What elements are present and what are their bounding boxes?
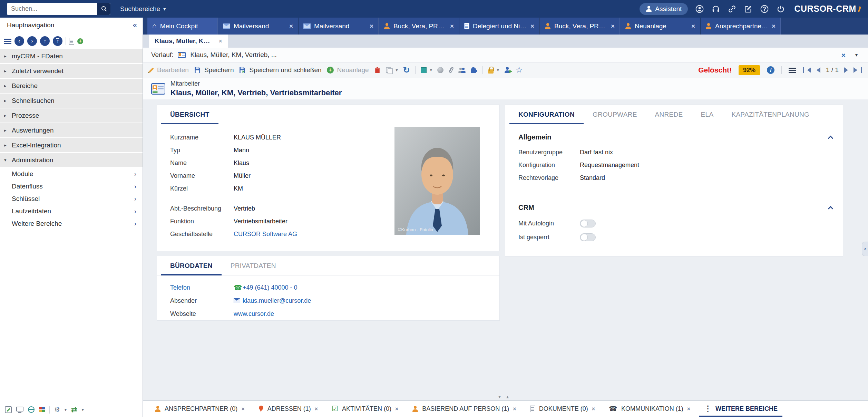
share-person-button[interactable] xyxy=(504,67,510,73)
close-icon[interactable] xyxy=(315,406,318,412)
office-link[interactable]: CURSOR Software AG xyxy=(234,231,297,238)
attachment-button[interactable] xyxy=(449,66,453,74)
sidebar-collapse-icon[interactable]: « xyxy=(133,21,137,29)
tab-anrede[interactable]: ANREDE xyxy=(646,105,692,124)
close-icon[interactable] xyxy=(289,23,293,29)
website-link[interactable]: www.cursor.de xyxy=(234,310,274,318)
bottom-tab-weitere-bereiche[interactable]: WEITERE BEREICHE xyxy=(697,401,784,417)
new-record-button[interactable]: Neuanlage xyxy=(327,66,369,74)
bottom-tab-adressen[interactable]: ADRESSEN (1) xyxy=(252,401,325,417)
main-tab-mailversand-1[interactable]: Mailversand xyxy=(218,18,298,35)
tab-konfiguration[interactable]: KONFIGURATION xyxy=(509,105,584,124)
sidebar-item-zuletzt-verwendet[interactable]: ▸Zuletzt verwendet xyxy=(0,64,143,78)
sidebar-item-prozesse[interactable]: ▸Prozesse xyxy=(0,108,143,123)
main-tab-buck-vera-2[interactable]: Buck, Vera, PRO MA... xyxy=(539,18,620,35)
chevron-down-icon[interactable] xyxy=(65,408,67,412)
tab-groupware[interactable]: GROUPWARE xyxy=(584,105,646,124)
close-icon[interactable] xyxy=(530,23,534,29)
sidebar-item-administration[interactable]: ▾Administration xyxy=(0,153,143,167)
table-icon[interactable] xyxy=(39,407,42,409)
next-page-button[interactable] xyxy=(844,67,848,73)
chevron-down-icon[interactable] xyxy=(498,394,501,399)
add-document-icon[interactable] xyxy=(77,38,83,44)
main-tab-buck-vera-1[interactable]: Buck, Vera, PRO MA... xyxy=(379,18,459,35)
close-icon[interactable] xyxy=(772,23,776,29)
help-icon[interactable] xyxy=(760,4,769,13)
sidebar-item-schnellsuchen[interactable]: ▸Schnellsuchen xyxy=(0,94,143,108)
assistant-button[interactable]: Assistent xyxy=(640,3,688,15)
main-tab-mailversand-2[interactable]: Mailversand xyxy=(298,18,379,35)
history-entry[interactable]: Klaus, Müller, KM, Vertrieb, ... xyxy=(190,51,276,59)
hamburger-icon[interactable] xyxy=(4,39,11,44)
info-icon[interactable] xyxy=(767,66,774,74)
close-icon[interactable] xyxy=(395,406,398,412)
nav-back-button[interactable]: ‹ xyxy=(14,36,24,46)
sidebar-item-mycrm-fdaten[interactable]: ▸myCRM - FDaten xyxy=(0,49,143,63)
chevron-down-icon[interactable] xyxy=(855,52,858,57)
search-button[interactable] xyxy=(97,3,110,15)
chevron-down-icon[interactable] xyxy=(82,408,84,412)
close-icon[interactable] xyxy=(611,23,615,29)
compose-icon[interactable] xyxy=(743,4,753,13)
save-button[interactable]: Speichern xyxy=(194,66,234,74)
link-icon[interactable] xyxy=(727,4,737,13)
collapse-section-icon[interactable] xyxy=(828,206,833,211)
workstation-icon[interactable] xyxy=(16,407,23,411)
user-account-icon[interactable] xyxy=(695,4,704,13)
delete-button[interactable] xyxy=(374,67,381,74)
nav-forward-button[interactable]: › xyxy=(27,36,37,46)
note-edit-icon[interactable] xyxy=(5,406,12,413)
tab-privatdaten[interactable]: PRIVATDATEN xyxy=(222,256,285,275)
email-link[interactable]: klaus.mueller@cursor.de xyxy=(243,297,311,304)
main-tab-mein-cockpit[interactable]: Mein Cockpit xyxy=(147,18,218,35)
sidebar-subitem-module[interactable]: Module› xyxy=(0,168,143,180)
main-tab-delegiert[interactable]: Delegiert und Nicht ... xyxy=(459,18,539,35)
close-icon[interactable] xyxy=(841,51,846,59)
sidebar-subitem-laufzeitdaten[interactable]: Laufzeitdaten› xyxy=(0,205,143,217)
list-menu-icon[interactable] xyxy=(789,68,796,73)
tab-buerodaten[interactable]: BÜRODATEN xyxy=(161,256,222,275)
phone-link[interactable]: +49 (641) 40000 - 0 xyxy=(243,284,298,291)
sphere-button[interactable] xyxy=(437,67,443,73)
close-icon[interactable] xyxy=(691,23,695,29)
bottom-tab-kommunikation[interactable]: KOMMUNIKATION (1) xyxy=(602,401,697,417)
power-icon[interactable] xyxy=(776,4,785,13)
refresh-button[interactable] xyxy=(403,66,410,75)
tab-ela[interactable]: ELA xyxy=(692,105,723,124)
search-scope-dropdown[interactable]: Suchbereiche xyxy=(120,5,166,13)
close-icon[interactable] xyxy=(370,23,373,29)
globe-icon[interactable] xyxy=(28,406,35,413)
prev-page-button[interactable] xyxy=(817,67,820,73)
nav-up-button[interactable]: ↑ xyxy=(40,36,50,46)
close-icon[interactable] xyxy=(218,38,222,44)
close-icon[interactable] xyxy=(450,23,454,29)
last-page-button[interactable] xyxy=(854,67,862,73)
contacts-button[interactable] xyxy=(458,68,466,73)
main-tab-neuanlage[interactable]: Neuanlage xyxy=(620,18,700,35)
support-headset-icon[interactable] xyxy=(711,4,720,13)
close-icon[interactable] xyxy=(592,406,595,412)
close-icon[interactable] xyxy=(687,406,690,412)
main-tab-ansprechpartner[interactable]: Ansprechpartner im... xyxy=(700,18,781,35)
sidebar-subitem-schluessel[interactable]: Schlüssel› xyxy=(0,193,143,205)
close-icon[interactable] xyxy=(241,406,244,412)
document-settings-icon[interactable] xyxy=(54,406,60,413)
bottom-tab-dokumente[interactable]: DOKUMENTE (0) xyxy=(523,401,602,417)
document-tab-klaus-mueller[interactable]: Klaus, Müller, KM, V... xyxy=(149,35,228,48)
bottom-tab-aktivitaeten[interactable]: AKTIVITÄTEN (0) xyxy=(325,401,405,417)
bottom-tab-ansprechpartner[interactable]: ANSPRECHPARTNER (0) xyxy=(148,401,252,417)
nav-top-button[interactable]: ↑ xyxy=(53,36,62,46)
tab-kapazitaetenplanung[interactable]: KAPAZITÄTENPLANUNG xyxy=(722,105,818,124)
collapse-section-icon[interactable] xyxy=(828,135,833,141)
sidebar-item-bereiche[interactable]: ▸Bereiche xyxy=(0,79,143,93)
close-icon[interactable] xyxy=(513,406,516,412)
save-close-button[interactable]: Speichern und schließen xyxy=(239,66,321,74)
favorite-button[interactable] xyxy=(516,66,523,74)
tab-uebersicht[interactable]: ÜBERSICHT xyxy=(161,105,218,124)
plugin-button[interactable] xyxy=(471,67,477,73)
new-document-icon[interactable] xyxy=(69,38,74,45)
locked-toggle[interactable] xyxy=(580,233,596,241)
edit-button[interactable]: Bearbeiten xyxy=(149,66,189,74)
copy-button[interactable] xyxy=(386,67,398,73)
sidebar-item-excel-integration[interactable]: ▸Excel-Integration xyxy=(0,138,143,152)
